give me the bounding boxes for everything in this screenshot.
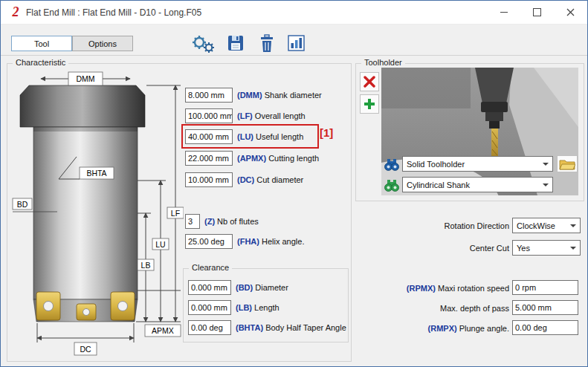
field-code: (DMM)	[237, 91, 262, 100]
field-text: Useful length	[256, 132, 303, 141]
cut-diameter-label: (DC) Cut diameter	[237, 175, 303, 185]
statistics-button[interactable]	[283, 32, 308, 54]
field-text: Cut diameter	[256, 175, 303, 184]
field-text: Body Half Taper Angle	[265, 323, 346, 332]
minimize-icon	[500, 12, 508, 13]
overall-length-label: (LF) Overall length	[237, 111, 306, 121]
flutes-input[interactable]: 3	[185, 214, 200, 229]
toolholder-group-label: Toolholder	[361, 58, 405, 68]
chevron-down-icon	[570, 247, 576, 250]
statistics-icon	[287, 34, 306, 52]
cutting-length-input[interactable]: 22.000 mm	[185, 151, 233, 166]
helix-angle-input[interactable]: 25.00 deg	[185, 234, 233, 249]
chevron-down-icon	[543, 163, 549, 166]
delete-button[interactable]	[255, 32, 279, 54]
cutting-length-label: (APMX) Cutting length	[237, 153, 319, 163]
max-depth-input[interactable]: 5.000 mm	[512, 300, 578, 315]
flutes-label: (Z) Nb of flutes	[204, 216, 259, 227]
helix-angle-label: (FHA) Helix angle.	[237, 236, 304, 247]
rotation-direction-value: ClockWise	[517, 220, 555, 232]
tab-tool[interactable]: Tool	[11, 36, 72, 51]
useful-length-label: (LU) Useful length	[237, 131, 303, 142]
shank-select[interactable]: Cylindrical Shank	[402, 177, 553, 192]
tool-definition-window: 2 Flat End Mill : Flat End Mill - D10 - …	[0, 0, 588, 367]
binoculars-blue-icon	[384, 159, 399, 171]
plunge-angle-label: (RMPX) Plunge angle.	[350, 323, 509, 334]
save-icon	[227, 34, 245, 52]
cut-diameter-input[interactable]: 10.000 mm	[185, 172, 233, 187]
open-folder-icon	[559, 157, 575, 170]
trash-icon	[259, 34, 275, 53]
clearance-diameter-input[interactable]: 0.000 mm	[188, 280, 231, 295]
close-button[interactable]	[554, 1, 587, 24]
maximize-button[interactable]	[520, 1, 554, 24]
field-text: Nb of flutes	[217, 217, 259, 226]
browse-shank-button[interactable]	[384, 178, 400, 194]
annotation-marker: [1]	[320, 126, 333, 139]
diagram-label-bhta: BHTA	[86, 169, 106, 178]
browse-toolholder-button[interactable]	[384, 157, 400, 173]
overall-length-input[interactable]: 100.000 mm	[185, 108, 233, 123]
shank-diameter-input[interactable]: 8.000 mm	[185, 88, 233, 103]
body-taper-angle-input[interactable]: 0.00 deg	[188, 320, 231, 335]
center-cut-label: Center Cut	[365, 243, 509, 253]
max-depth-label: Max. depth of pass	[350, 303, 509, 314]
end-mill-drawing	[20, 85, 145, 322]
gears-icon	[190, 33, 215, 53]
settings-button[interactable]	[188, 32, 216, 54]
field-code: (LF)	[237, 111, 253, 120]
field-text: Overall length	[255, 111, 306, 120]
add-toolholder-button[interactable]	[360, 94, 379, 114]
binoculars-green-icon	[384, 180, 399, 192]
open-toolholder-file-button[interactable]	[557, 155, 578, 172]
center-cut-value: Yes	[517, 242, 530, 254]
diagram-label-lf: LF	[171, 209, 180, 218]
field-code: (FHA)	[237, 237, 259, 246]
rotation-direction-label: Rotation Direction	[365, 221, 509, 231]
diagram-label-dc: DC	[80, 345, 91, 354]
field-code: (DC)	[237, 175, 254, 184]
useful-length-input[interactable]: 40.000 mm	[185, 129, 233, 144]
plunge-angle-input[interactable]: 0.00 deg	[512, 320, 578, 335]
toolholder-select[interactable]: Solid Toolholder	[402, 156, 553, 172]
field-text: Plunge angle.	[459, 324, 509, 333]
tab-options[interactable]: Options	[72, 36, 133, 51]
clearance-group-label: Clearance	[189, 263, 232, 273]
field-text: Shank diameter	[265, 91, 322, 100]
diagram-label-dmm: DMM	[76, 74, 94, 83]
body-taper-angle-label: (BHTA) Body Half Taper Angle	[236, 322, 346, 333]
field-text: Length	[254, 303, 280, 312]
title-bar: 2 Flat End Mill : Flat End Mill - D10 - …	[1, 1, 587, 25]
field-code: (APMX)	[237, 154, 266, 163]
characteristic-group-label: Characteristic	[13, 58, 68, 68]
max-rotation-speed-input[interactable]: 0 rpm	[512, 280, 578, 295]
shank-diameter-label: (DMM) Shank diameter	[237, 90, 322, 100]
field-code: (BD)	[236, 283, 253, 292]
diagram-label-lb: LB	[141, 261, 151, 270]
save-button[interactable]	[222, 32, 249, 54]
clearance-length-input[interactable]: 0.000 mm	[188, 300, 231, 315]
field-text: Helix angle.	[262, 237, 304, 246]
app-logo-icon: 2	[8, 4, 23, 20]
maximize-icon	[533, 8, 541, 16]
field-code: (LU)	[237, 132, 253, 141]
minimize-button[interactable]	[487, 1, 520, 24]
field-text: Cutting length	[268, 154, 319, 163]
field-code: (BHTA)	[236, 323, 263, 332]
red-x-icon	[364, 76, 375, 88]
window-controls	[487, 1, 587, 24]
field-code: (RPMX)	[407, 284, 436, 293]
chevron-down-icon	[543, 184, 549, 186]
diagram-label-lu: LU	[155, 240, 165, 249]
green-plus-icon	[364, 98, 375, 110]
field-text: Diameter	[255, 283, 288, 292]
tool-diagram: DMM BHTA BD LF LU LB DC APMX	[11, 68, 184, 357]
clearance-diameter-label: (BD) Diameter	[236, 282, 288, 293]
diagram-label-apmx: APMX	[152, 326, 174, 335]
rotation-direction-select[interactable]: ClockWise	[512, 218, 581, 233]
diagram-label-bd: BD	[17, 200, 28, 209]
remove-toolholder-button[interactable]	[360, 72, 379, 91]
center-cut-select[interactable]: Yes	[512, 240, 581, 256]
toolholder-select-value: Solid Toolholder	[407, 158, 465, 170]
field-text: Maxi rotation speed	[438, 284, 509, 293]
